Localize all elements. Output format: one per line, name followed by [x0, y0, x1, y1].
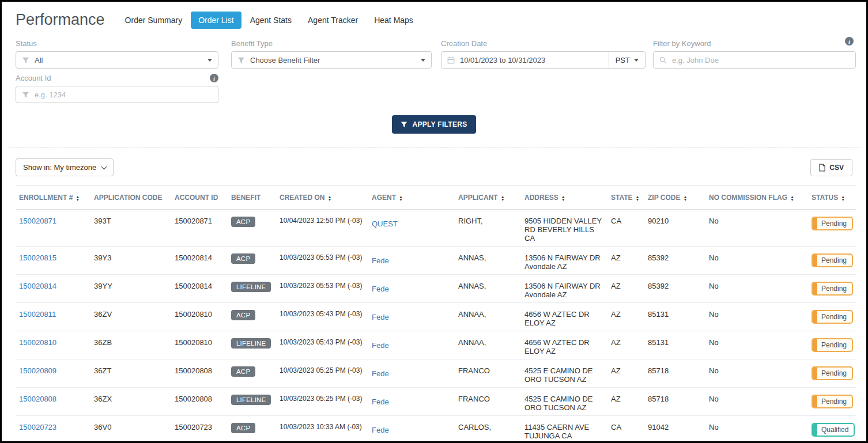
col-status[interactable]: STATUS: [808, 186, 856, 210]
app-window: Performance Order Summary Order List Age…: [0, 0, 868, 443]
table-row: 150020809 36ZT 150020808 ACP 10/03/2023 …: [16, 359, 856, 388]
col-created-on[interactable]: CREATED ON: [276, 186, 368, 210]
cell-application-code: 36V0: [90, 416, 171, 443]
col-zip-code[interactable]: ZIP CODE: [644, 186, 705, 210]
status-filter-label: Status: [16, 39, 218, 48]
cell-zip-code: 85718: [644, 359, 705, 388]
status-filter-value: All: [35, 56, 207, 65]
agent-link[interactable]: Fede: [372, 426, 389, 434]
enrollment-link[interactable]: 150020808: [19, 395, 56, 403]
funnel-icon: [16, 56, 35, 64]
funnel-icon: [16, 91, 35, 99]
tab-agent-stats[interactable]: Agent Stats: [243, 12, 299, 29]
benefit-badge: LIFELINE: [231, 395, 271, 405]
cell-address: 13506 N FAIRWAY DR Avondale AZ: [521, 247, 607, 275]
cell-zip-code: 90210: [644, 210, 705, 247]
show-in-timezone-select[interactable]: Show in: My timezone: [16, 158, 114, 176]
status-badge: Pending: [812, 366, 853, 380]
csv-export-label: CSV: [829, 164, 844, 172]
chevron-down-icon: [421, 59, 425, 62]
col-address[interactable]: ADDRESS: [521, 186, 607, 210]
table-row: 150020723 36V0 150020723 ACP 10/03/2023 …: [16, 416, 856, 443]
cell-address: 4656 W AZTEC DR ELOY AZ: [521, 331, 607, 359]
sort-icon: [561, 195, 565, 201]
cell-applicant: RIGHT,: [455, 210, 521, 247]
col-state[interactable]: STATE: [607, 186, 644, 210]
page-title: Performance: [16, 11, 105, 29]
agent-link[interactable]: Fede: [372, 341, 389, 350]
orders-table: ENROLLMENT # APPLICATION CODE ACCOUNT ID…: [16, 185, 856, 443]
sort-icon: [683, 195, 687, 201]
enrollment-link[interactable]: 150020810: [19, 338, 56, 347]
account-id-input[interactable]: [35, 90, 218, 99]
agent-link[interactable]: QUEST: [372, 219, 398, 228]
csv-export-button[interactable]: CSV: [810, 159, 852, 176]
benefit-filter-value: Choose Benefit Filter: [250, 56, 421, 65]
enrollment-link[interactable]: 150020815: [19, 253, 56, 262]
timezone-dropdown[interactable]: PST: [609, 52, 645, 68]
chevron-down-icon: [634, 59, 639, 62]
keyword-filter-control: [653, 51, 856, 69]
agent-link[interactable]: Fede: [372, 313, 389, 321]
tab-order-list[interactable]: Order List: [191, 12, 241, 29]
cell-account-id: 150020810: [171, 331, 228, 359]
col-application-code: APPLICATION CODE: [90, 186, 171, 210]
agent-link[interactable]: Fede: [372, 397, 389, 406]
cell-applicant: FRANCO: [455, 359, 521, 388]
benefit-badge: LIFELINE: [231, 338, 271, 349]
cell-address: 13506 N FAIRWAY DR Avondale AZ: [521, 275, 607, 303]
cell-applicant: ANNAS,: [455, 247, 521, 275]
show-in-timezone-label: Show in: My timezone: [23, 163, 96, 172]
funnel-icon: [401, 121, 407, 128]
cell-created-on: 10/03/2023 05:25 PM (-03): [276, 359, 368, 388]
table-row: 150020871 393T 150020871 ACP 10/04/2023 …: [16, 210, 856, 247]
benefit-filter-select[interactable]: Choose Benefit Filter: [231, 51, 432, 69]
benefit-badge: LIFELINE: [231, 282, 271, 292]
sort-icon: [636, 195, 640, 201]
keyword-input[interactable]: [672, 56, 855, 65]
sort-icon: [76, 195, 80, 201]
agent-link[interactable]: Fede: [372, 285, 389, 293]
table-row: 150020808 36ZX 150020808 LIFELINE 10/03/…: [16, 388, 856, 416]
col-enrollment[interactable]: ENROLLMENT #: [16, 186, 90, 210]
cell-account-id: 150020814: [171, 275, 228, 303]
status-filter-select[interactable]: All: [16, 51, 218, 69]
enrollment-link[interactable]: 150020809: [19, 366, 56, 375]
tab-order-summary[interactable]: Order Summary: [118, 12, 190, 29]
enrollment-link[interactable]: 150020723: [19, 423, 56, 431]
sort-icon: [841, 195, 845, 201]
creation-date-control: PST: [441, 51, 646, 69]
sort-icon: [790, 195, 794, 201]
status-badge: Pending: [812, 282, 853, 296]
tab-heat-maps[interactable]: Heat Maps: [367, 12, 421, 29]
cell-no-commission-flag: No: [705, 275, 808, 303]
cell-applicant: FRANCO: [455, 388, 521, 416]
tab-agent-tracker[interactable]: Agent Tracker: [300, 12, 365, 29]
agent-link[interactable]: Fede: [372, 369, 389, 378]
cell-address: 11435 CAERN AVE TUJUNGA CA: [521, 416, 607, 443]
col-agent[interactable]: AGENT: [368, 186, 455, 210]
cell-zip-code: 85392: [644, 247, 705, 275]
apply-filters-button[interactable]: APPLY FILTERS: [392, 115, 475, 134]
apply-row: APPLY FILTERS: [2, 115, 866, 134]
enrollment-link[interactable]: 150020871: [19, 217, 56, 225]
creation-date-input[interactable]: [460, 56, 609, 65]
enrollment-link[interactable]: 150020814: [19, 282, 56, 290]
cell-application-code: 39YY: [90, 275, 171, 303]
cell-created-on: 10/03/2023 05:53 PM (-03): [276, 247, 368, 275]
col-applicant[interactable]: APPLICANT: [455, 186, 521, 210]
cell-account-id: 150020723: [171, 416, 228, 443]
enrollment-link[interactable]: 150020811: [19, 310, 56, 319]
agent-link[interactable]: Fede: [372, 256, 389, 265]
cell-no-commission-flag: No: [705, 331, 808, 359]
cell-account-id: 150020810: [171, 303, 228, 331]
account-id-label: Account Id: [16, 74, 218, 82]
cell-zip-code: 85718: [644, 388, 705, 416]
cell-state: CA: [607, 416, 644, 443]
cell-zip-code: 85392: [644, 275, 705, 303]
info-icon[interactable]: [210, 74, 218, 82]
benefit-badge: ACP: [231, 423, 255, 433]
sort-icon: [327, 195, 331, 201]
status-badge: Pending: [812, 395, 853, 408]
col-no-commission-flag[interactable]: NO COMMISSION FLAG: [705, 186, 808, 210]
